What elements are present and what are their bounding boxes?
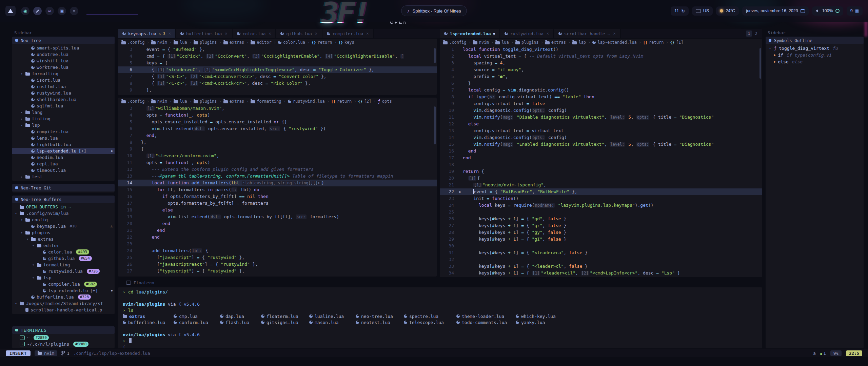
tree-item-bufferline.lua[interactable]: bufferline.lua#328 [12,294,115,300]
windows-icon[interactable]: ▣ [58,7,66,15]
breadcrumb-seg[interactable]: plugins [515,40,539,45]
code-line-7[interactable]: 7 { [1]"<S-C>", [2]"<cmd>CccConvert<cr>"… [118,73,437,80]
code-line-20[interactable]: 20 [1]{ [440,175,762,182]
scrollbar[interactable] [434,106,436,144]
code-line-25[interactable]: 25 ["javascript"] = { "rustywind" }, [118,254,437,261]
notes-icon[interactable]: ≡ [70,7,78,15]
tree-item-~[interactable]: ›~#2859 [12,334,115,341]
breadcrumb-seg[interactable]: formatting [251,99,281,104]
breadcrumb-seg[interactable]: .config [443,40,467,45]
code-line-19[interactable]: 19return { [440,168,762,175]
code-line-5[interactable]: 5 keys = { [118,60,437,66]
code-line-23[interactable]: 23 [118,241,437,247]
breadcrumb-seg[interactable]: {}[2] [358,99,372,104]
breadcrumb-seg[interactable]: .config [121,99,145,104]
code-line-10[interactable]: 10 vim.diagnostic.config(opts: config) [440,107,762,114]
tree-item-winshift.lua[interactable]: winshift.lua [12,58,115,64]
tree-item-extras[interactable]: ▾extras [12,236,115,242]
code-line-8[interactable]: 8}, [118,139,437,146]
tree-item-lightbulb.lua[interactable]: lightbulb.lua [12,141,115,148]
tree-item-Juegos/Indies/SteamLibrary/st[interactable]: ▾Juegos/Indies/SteamLibrary/st [12,300,115,307]
tabpage-2[interactable]: 2 [753,30,759,37]
section-Neo-Tree[interactable]: Neo-Tree [12,37,115,44]
code-line-16[interactable]: 16 end [440,148,762,155]
editor-lsp-extended-lua[interactable]: .config›nvim›lua›plugins›extras›lsp›lsp-… [440,39,762,277]
code-line-3[interactable]: 3 [1]"williamboman/mason.nvim", [118,105,437,112]
tree-item-compiler.lua[interactable]: compiler.lua#682 [12,281,115,287]
breadcrumb-seg[interactable]: extras [545,40,566,45]
code-line-11[interactable]: 11 opts = function(_, opts) [118,159,437,166]
editor-rustywind-lua[interactable]: .config›nvim›lua›plugins›extras›formatti… [118,98,437,277]
code-line-23[interactable]: 23 init = function() [440,195,762,202]
code-line-5[interactable]: 5 prefix = "●", [440,73,762,80]
breadcrumb-seg[interactable]: plugins [194,40,217,45]
code-line-29[interactable]: 29 keys[#keys + 1] = { "gI", false } [440,236,762,243]
code-area[interactable]: 3 [1]"williamboman/mason.nvim",4 opts = … [118,105,437,274]
code-line-21[interactable]: 21 [1]"neovim/nvim-lspconfig", [440,182,762,188]
tabpage-1[interactable]: 1 [746,30,752,37]
tree-item-rustywind.lua[interactable]: rustywind.lua [12,90,115,96]
code-line-16[interactable]: 16 if opts.formatters_by_ft[ft] == nil t… [118,193,437,200]
weather-widget[interactable]: 24°C [716,6,739,16]
clock-widget[interactable]: jueves, noviembre 16, 2023 [742,6,809,16]
breadcrumb-seg[interactable]: ƒopts [378,99,392,104]
code-line-6[interactable]: 6 } [440,80,762,87]
tree-item-formatting[interactable]: ▾formatting [12,70,115,77]
code-line-17[interactable]: 17 opts.formatters_by_ft[ft] = formatter… [118,200,437,207]
breadcrumb-seg[interactable]: rustywind.lua [288,99,325,104]
code-line-30[interactable]: 30 [440,243,762,249]
floaterm-panel[interactable]: › cd lua/plugins/nvim/lua/plugins via ☾ … [118,287,762,348]
section-TERMINALS[interactable]: TERMINALS [12,326,115,334]
editor-color-lua[interactable]: .config›nvim›lua›plugins›extras›editor›c… [118,39,437,95]
breadcrumb-seg[interactable]: lsp-extended.lua [592,40,637,45]
code-line-15[interactable]: 15 vim.notify(msg: "Enabled diagnostics … [440,141,762,148]
tab-bufferline.lua[interactable]: bufferline.lua× [176,29,233,38]
code-line-1[interactable]: 1local function toggle_diag_virtext() [440,46,762,53]
code-line-18[interactable]: 18 else [118,207,437,214]
code-line-4[interactable]: 4 cmd = { [1]"CccPick", [2]"CccConvert",… [118,53,437,60]
code-area[interactable]: 1local function toggle_diag_virtext()2 l… [440,46,762,277]
tree-item-undotree.lua[interactable]: undotree.lua [12,51,115,58]
code-line-25[interactable]: 25 [440,209,762,216]
code-line-7[interactable]: 7 end, [118,132,437,139]
code-line-28[interactable]: 28 keys[#keys + 1] = { "gy", false } [440,229,762,236]
tree-item-lsp[interactable]: ▾lsp [12,274,115,281]
code-line-22[interactable]: 22 end [118,234,437,241]
breadcrumb-seg[interactable]: editor [251,40,271,45]
code-line-14[interactable]: 14 vim.diagnostic.config(opts: config) [440,134,762,141]
code-line-5[interactable]: 5 opts.ensure_installed = opts.ensure_in… [118,119,437,125]
tree-item-neodim.lua[interactable]: neodim.lua [12,154,115,161]
code-line-31[interactable]: 31 keys[#keys + 1] = { "<leader>ca", fal… [440,249,762,256]
breadcrumb-seg[interactable]: {}return [312,40,332,45]
breadcrumb-seg[interactable]: lua [174,40,187,45]
breadcrumb-seg[interactable]: extras [223,99,244,104]
tree-item-timeout.lua[interactable]: timeout.lua [12,167,115,174]
code-line-6[interactable]: 6 vim.list_extend(dst: opts.ensure_insta… [118,125,437,132]
tree-item-linting[interactable]: ▸linting [12,116,115,122]
tree-item-config[interactable]: ▾config [12,217,115,223]
outline-item-toggle_diag_virtext[interactable]: ▾ƒtoggle_diag_virtextfu [766,45,864,52]
code-line-4[interactable]: 4 source = "if_many", [440,66,762,73]
tree-item-repl.lua[interactable]: repl.lua [12,161,115,167]
prompt-input-wrap[interactable] [86,6,138,15]
breadcrumb-seg[interactable]: color.lua [278,40,305,45]
code-line-8[interactable]: 8 { [1]"<C-c>", [2]"<cmd>CccPick<cr>", d… [118,80,437,87]
code-line-32[interactable]: 32 [440,256,762,263]
code-line-26[interactable]: 26 ["javascriptreact"] = { "rustywind" }… [118,261,437,268]
code-line-21[interactable]: 21 end [118,227,437,234]
edit-icon[interactable] [33,7,42,15]
code-line-7[interactable]: 7 local config = vim.diagnostic.config() [440,87,762,94]
tab-keymaps.lua[interactable]: keymaps.lua⚠ 3× [118,29,176,38]
breadcrumb-seg[interactable]: {}keys [339,40,354,45]
code-line-34[interactable]: 34 keys[#keys + 1] = { [1]"<leader>cil",… [440,270,762,277]
code-line-11[interactable]: 11 vim.notify(msg: "Disable diagnostics … [440,114,762,121]
scrollbar[interactable] [434,48,436,63]
section-symbols-outline[interactable]: Symbols Outline [766,37,864,44]
breadcrumb-seg[interactable]: lsp [572,40,586,45]
volume-widget[interactable]: 100% [812,6,843,16]
tree-item-rustfmt.lua[interactable]: rustfmt.lua [12,83,115,90]
code-line-13[interactable]: 13 ---@param tbl table<string, conform.F… [118,173,437,180]
section-Neo-Tree Git[interactable]: Neo-Tree Git [12,184,115,191]
breadcrumb-seg[interactable]: .config [121,40,145,45]
outline-item-else[interactable]: ◆elseelse [766,58,864,65]
